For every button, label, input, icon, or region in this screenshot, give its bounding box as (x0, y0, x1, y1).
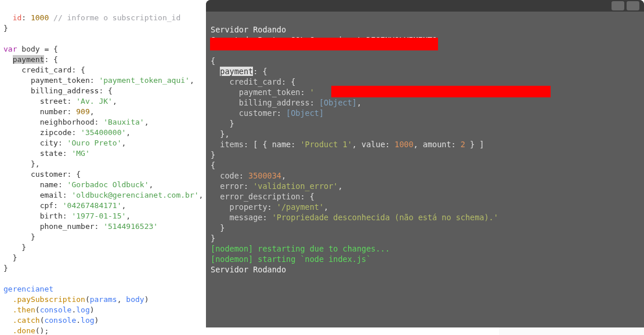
selected-text: payment (13, 55, 45, 64)
selected-text: payment (220, 67, 253, 76)
log-line: Servidor Rodando (211, 25, 286, 34)
nodemon-line: [nodemon] starting `node index.js` (211, 254, 371, 264)
code-editor-pane[interactable]: id: 1000 // informe o subscription_id } … (0, 0, 206, 335)
redacted-block (331, 86, 551, 97)
terminal-output[interactable]: Servidor Rodando Conectado PostgreSQL Ge… (206, 12, 644, 277)
log-line: Servidor Rodando (211, 265, 286, 274)
window-button[interactable] (627, 1, 639, 10)
nodemon-line: [nodemon] restarting due to changes... (211, 244, 390, 253)
redacted-block (210, 38, 438, 50)
prop-id: id (13, 13, 22, 22)
window-button[interactable] (612, 1, 624, 10)
terminal-titlebar[interactable] (206, 0, 644, 12)
